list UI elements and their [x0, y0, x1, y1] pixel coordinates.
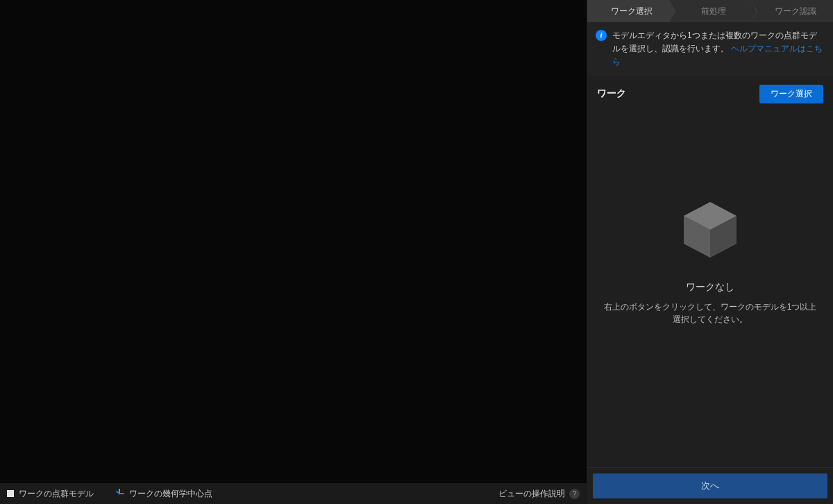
breadcrumb-step-recognition[interactable]: ワーク認識	[751, 0, 833, 22]
breadcrumb-label-1: 前処理	[701, 6, 726, 17]
breadcrumb-step-preprocess[interactable]: 前処理	[669, 0, 751, 22]
cube-icon	[675, 195, 745, 267]
axis-icon	[115, 489, 124, 498]
legend-square-icon	[7, 490, 14, 497]
info-icon: i	[596, 30, 607, 41]
breadcrumb-label-2: ワーク認識	[775, 6, 816, 17]
next-button[interactable]: 次へ	[593, 473, 827, 498]
view-help[interactable]: ビューの操作説明 ?	[498, 488, 580, 500]
help-icon: ?	[569, 489, 580, 499]
legend-label-2: ワークの幾何学中心点	[129, 488, 212, 500]
legend-label-1: ワークの点群モデル	[19, 488, 94, 500]
empty-desc: 右上のボタンをクリックして、ワークのモデルを1つ以上選択してください。	[601, 301, 819, 326]
viewport-3d[interactable]: ワークの点群モデル ワークの幾何学中心点 ビューの操作説明 ?	[0, 0, 587, 504]
sidebar: ワーク選択 前処理 ワーク認識 i モデルエディタから1つまたは複数のワークの点…	[587, 0, 833, 504]
empty-title: ワークなし	[686, 281, 734, 294]
sidebar-footer: 次へ	[587, 467, 833, 504]
legend-pointcloud: ワークの点群モデル	[7, 488, 94, 500]
breadcrumb-label-0: ワーク選択	[611, 6, 653, 17]
view-help-label: ビューの操作説明	[498, 488, 565, 500]
viewport-footer: ワークの点群モデル ワークの幾何学中心点 ビューの操作説明 ?	[0, 483, 587, 504]
legend-center: ワークの幾何学中心点	[115, 488, 212, 500]
breadcrumb: ワーク選択 前処理 ワーク認識	[587, 0, 833, 22]
breadcrumb-step-work-select[interactable]: ワーク選択	[587, 0, 669, 22]
empty-state: ワークなし 右上のボタンをクリックして、ワークのモデルを1つ以上選択してください…	[587, 53, 833, 467]
